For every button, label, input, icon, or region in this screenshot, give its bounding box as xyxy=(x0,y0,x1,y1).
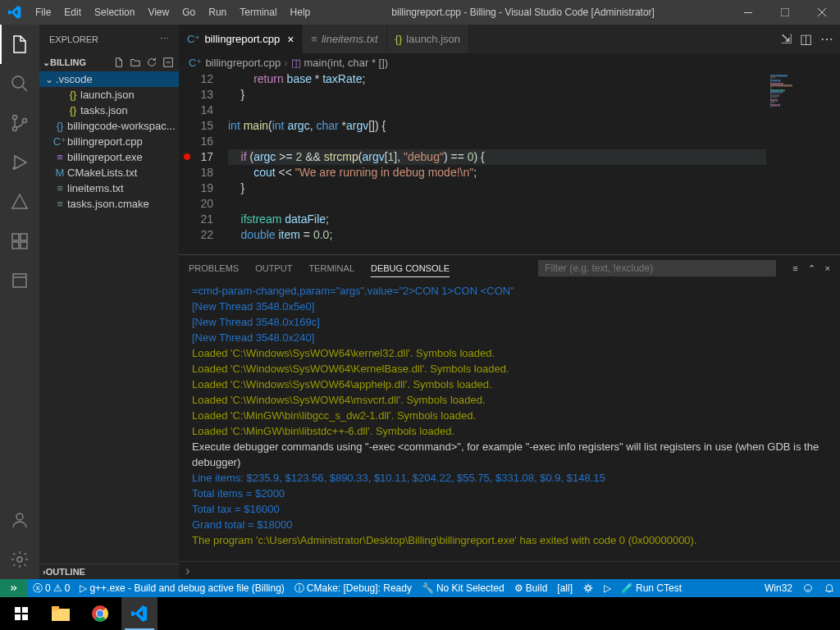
sidebar-title: EXPLORER xyxy=(49,34,98,44)
status-feedback-icon[interactable] xyxy=(797,582,819,594)
editor-area: C⁺billingreport.cpp×≡lineitems.txt{}laun… xyxy=(179,25,840,579)
menu-selection[interactable]: Selection xyxy=(88,7,141,18)
open-changes-icon[interactable]: ⇲ xyxy=(781,31,792,47)
menu-bar: FileEditSelectionViewGoRunTerminalHelp xyxy=(29,7,317,18)
panel-maximize-icon[interactable]: ⌃ xyxy=(808,263,815,274)
panel-tab-debug-console[interactable]: DEBUG CONSOLE xyxy=(371,260,450,277)
makefile-icon[interactable] xyxy=(0,261,39,300)
file-tasks.json[interactable]: {}tasks.json xyxy=(39,103,179,118)
menu-view[interactable]: View xyxy=(141,7,176,18)
status-platform[interactable]: Win32 xyxy=(760,582,797,594)
tab-launch.json[interactable]: {}launch.json xyxy=(387,25,469,53)
start-button[interactable] xyxy=(3,597,39,630)
menu-edit[interactable]: Edit xyxy=(57,7,88,18)
split-editor-icon[interactable]: ◫ xyxy=(800,31,812,47)
refresh-icon[interactable] xyxy=(144,55,159,70)
chrome-taskbar-icon[interactable] xyxy=(82,597,118,630)
svg-point-13 xyxy=(17,557,22,562)
svg-rect-17 xyxy=(15,607,21,613)
svg-point-27 xyxy=(97,610,103,617)
debug-console-input[interactable]: › xyxy=(179,561,840,579)
status-launch-config[interactable]: ▷ g++.exe - Build and debug active file … xyxy=(75,579,289,597)
remote-indicator[interactable] xyxy=(0,579,28,597)
svg-point-3 xyxy=(13,116,17,120)
search-icon[interactable] xyxy=(0,64,39,103)
svg-rect-0 xyxy=(744,12,752,13)
file-tree: ⌄.vscode{}launch.json{}tasks.json{}billi… xyxy=(39,71,179,564)
status-bar: ⓧ 0 ⚠ 0 ▷ g++.exe - Build and debug acti… xyxy=(0,579,840,597)
status-cmake[interactable]: ⓘ CMake: [Debug]: Ready xyxy=(290,579,417,597)
tab-lineitems.txt[interactable]: ≡lineitems.txt xyxy=(303,25,386,53)
maximize-button[interactable] xyxy=(766,0,803,25)
window-title: billingreport.cpp - Billing - Visual Stu… xyxy=(317,7,729,18)
extensions-icon[interactable] xyxy=(0,221,39,261)
run-debug-icon[interactable] xyxy=(0,143,39,182)
folder-.vscode[interactable]: ⌄.vscode xyxy=(39,71,179,87)
app-logo xyxy=(0,6,29,19)
menu-terminal[interactable]: Terminal xyxy=(233,7,283,18)
sidebar-section-header[interactable]: ⌄ BILLING xyxy=(39,53,179,71)
panel-settings-icon[interactable]: ≡ xyxy=(792,263,797,274)
status-bell-icon[interactable] xyxy=(819,582,840,594)
svg-rect-11 xyxy=(13,274,26,287)
breadcrumb[interactable]: C⁺billingreport.cpp › ◫main(int, char * … xyxy=(179,53,840,71)
tab-billingreport.cpp[interactable]: C⁺billingreport.cpp× xyxy=(179,25,303,53)
code-editor[interactable]: 1213141516171819202122 return base * tax… xyxy=(179,71,840,254)
minimap[interactable]: ████ ██ ██████████ █████ ████ █████ ████… xyxy=(766,71,840,254)
source-control-icon[interactable] xyxy=(0,103,39,143)
cmake-icon[interactable] xyxy=(0,182,39,221)
vscode-taskbar-icon[interactable] xyxy=(121,597,158,630)
panel-tab-terminal[interactable]: TERMINAL xyxy=(308,260,354,276)
panel-tab-output[interactable]: OUTPUT xyxy=(255,260,292,276)
close-button[interactable] xyxy=(803,0,840,25)
new-file-icon[interactable] xyxy=(112,55,126,70)
panel-tab-problems[interactable]: PROBLEMS xyxy=(189,260,239,276)
svg-rect-19 xyxy=(15,614,21,620)
menu-go[interactable]: Go xyxy=(176,7,202,18)
svg-point-12 xyxy=(16,514,23,520)
svg-rect-22 xyxy=(52,606,59,610)
windows-taskbar xyxy=(0,597,840,630)
status-ctest[interactable]: 🧪 Run CTest xyxy=(616,579,687,597)
file-launch.json[interactable]: {}launch.json xyxy=(39,87,179,103)
status-errors[interactable]: ⓧ 0 ⚠ 0 xyxy=(28,579,75,597)
menu-help[interactable]: Help xyxy=(284,7,317,18)
svg-rect-9 xyxy=(12,242,19,249)
svg-rect-20 xyxy=(22,614,28,620)
debug-console-output[interactable]: =cmd-param-changed,param="args",value="2… xyxy=(179,281,840,561)
status-kit[interactable]: 🔧 No Kit Selected xyxy=(417,579,509,597)
svg-point-2 xyxy=(12,76,24,88)
editor-tabs: C⁺billingreport.cpp×≡lineitems.txt{}laun… xyxy=(179,25,840,53)
file-billingcode-workspac...[interactable]: {}billingcode-workspac... xyxy=(39,118,179,134)
svg-point-5 xyxy=(23,119,27,123)
account-icon[interactable] xyxy=(0,500,39,540)
sidebar-more-icon[interactable]: ⋯ xyxy=(160,34,169,44)
settings-gear-icon[interactable] xyxy=(0,540,39,579)
menu-run[interactable]: Run xyxy=(202,7,233,18)
outline-section[interactable]: › OUTLINE xyxy=(39,564,179,579)
new-folder-icon[interactable] xyxy=(128,55,143,70)
file-CMakeLists.txt[interactable]: MCMakeLists.txt xyxy=(39,165,179,180)
status-build[interactable]: ⚙ Build xyxy=(509,579,553,597)
file-billingreport.exe[interactable]: ≡billingreport.exe xyxy=(39,149,179,165)
file-billingreport.cpp[interactable]: C⁺billingreport.cpp xyxy=(39,134,179,149)
activity-bar xyxy=(0,25,39,579)
bottom-panel: PROBLEMSOUTPUTTERMINALDEBUG CONSOLE≡⌃× =… xyxy=(179,254,840,579)
minimize-button[interactable] xyxy=(729,0,766,25)
menu-file[interactable]: File xyxy=(29,7,57,18)
status-target[interactable]: [all] xyxy=(552,579,578,597)
status-debug-icon[interactable] xyxy=(578,579,599,597)
panel-filter-input[interactable] xyxy=(538,260,776,276)
panel-close-icon[interactable]: × xyxy=(825,263,830,274)
file-explorer-taskbar-icon[interactable] xyxy=(43,597,79,630)
svg-rect-1 xyxy=(781,8,789,16)
svg-point-6 xyxy=(13,167,15,169)
collapse-icon[interactable] xyxy=(161,55,176,70)
svg-rect-8 xyxy=(21,234,27,240)
status-run-icon[interactable]: ▷ xyxy=(599,579,616,597)
file-lineitems.txt[interactable]: ≡lineitems.txt xyxy=(39,180,179,196)
explorer-icon[interactable] xyxy=(0,25,39,64)
more-actions-icon[interactable]: ⋯ xyxy=(820,31,833,47)
tab-close-icon[interactable]: × xyxy=(287,33,294,46)
file-tasks.json.cmake[interactable]: ≡tasks.json.cmake xyxy=(39,196,179,212)
